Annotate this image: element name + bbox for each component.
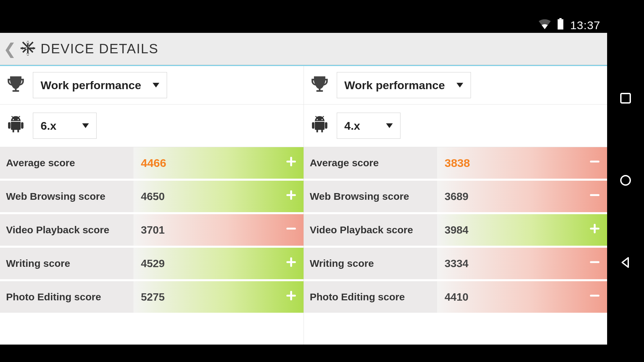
status-time: 13:37 [570,19,600,32]
svg-rect-12 [590,194,599,196]
score-row-video-left: Video Playback score 3701 [0,214,304,248]
version-dropdown-left[interactable]: 6.x [33,113,97,139]
chevron-down-icon [386,123,393,128]
back-icon[interactable]: ❮ [3,40,16,58]
score-number: 3984 [444,224,468,236]
score-value: 5275 [133,281,304,313]
svg-rect-0 [559,18,562,19]
svg-rect-16 [590,295,599,297]
performance-dropdown-left[interactable]: Work performance [33,72,167,98]
svg-rect-3 [286,161,296,163]
score-row-photo-left: Photo Editing score 5275 [0,281,304,315]
minus-icon [589,256,600,270]
svg-rect-14 [590,228,599,230]
svg-rect-17 [621,94,630,103]
nav-back-button[interactable] [618,254,634,272]
status-bar: 13:37 [0,17,607,33]
plus-icon [285,290,297,304]
plus-icon [285,156,297,170]
score-value: 3689 [437,181,607,212]
score-number: 3701 [141,224,165,236]
svg-rect-10 [286,295,296,297]
version-dropdown-right[interactable]: 4.x [337,113,400,139]
score-label: Web Browsing score [0,181,133,212]
performance-selector-row-left: Work performance [0,66,304,105]
score-value: 3838 [437,147,607,179]
hardware-navbar [607,17,644,345]
version-dropdown-label: 6.x [41,119,56,132]
score-label: Video Playback score [0,214,133,246]
minus-icon [589,189,600,203]
compare-column-left: Work performance 6.x [0,66,304,345]
nav-recents-button[interactable] [618,90,634,108]
score-row-writing-right: Writing score 3334 [304,248,607,281]
compare-column-right: Work performance 4.x [304,66,607,345]
performance-dropdown-right[interactable]: Work performance [337,72,471,98]
score-row-photo-right: Photo Editing score 4410 [304,281,607,315]
score-number: 4410 [444,291,468,303]
android-icon [310,115,329,136]
android-icon [6,115,25,136]
score-number: 4650 [141,190,165,203]
wifi-icon [539,19,551,32]
svg-rect-11 [590,161,599,163]
score-label: Writing score [304,248,437,279]
score-label: Writing score [0,248,133,279]
score-value: 3334 [437,248,607,279]
svg-rect-6 [286,228,296,230]
chevron-down-icon [153,83,159,87]
device-area: 13:37 ❮ DEVICE DETAILS [0,17,644,345]
svg-rect-5 [286,194,296,196]
letterbox-top [0,0,644,17]
score-value: 4466 [133,147,304,179]
nav-home-button[interactable] [618,172,634,190]
score-row-video-right: Video Playback score 3984 [304,214,607,248]
app-viewport: 13:37 ❮ DEVICE DETAILS [0,17,607,345]
score-number: 4466 [141,157,166,170]
score-label: Web Browsing score [304,181,437,212]
plus-icon [589,223,600,237]
score-row-average-right: Average score 3838 [304,147,607,181]
score-label: Average score [0,147,133,179]
snowflake-icon [19,40,37,58]
score-row-writing-left: Writing score 4529 [0,248,304,281]
chevron-down-icon [82,123,89,128]
score-row-web-right: Web Browsing score 3689 [304,181,607,214]
minus-icon [285,223,297,237]
plus-icon [285,189,297,203]
score-label: Average score [304,147,437,179]
score-row-average-left: Average score 4466 [0,147,304,181]
chevron-down-icon [457,83,463,87]
score-number: 4529 [141,257,165,270]
svg-point-18 [621,176,630,185]
score-number: 5275 [141,291,165,303]
score-number: 3689 [444,190,468,203]
score-value: 4529 [133,248,304,279]
page-title: DEVICE DETAILS [41,41,159,56]
minus-icon [589,156,600,170]
score-value: 3984 [437,214,607,246]
version-selector-row-right: 4.x [304,105,607,147]
version-dropdown-label: 4.x [344,119,360,132]
letterbox-bottom [0,345,644,362]
score-number: 3334 [444,257,468,270]
score-value: 4410 [437,281,607,313]
plus-icon [285,256,297,270]
score-value: 3701 [133,214,304,246]
score-label: Video Playback score [304,214,437,246]
device-frame: 13:37 ❮ DEVICE DETAILS [0,0,644,362]
minus-icon [589,290,600,304]
trophy-icon [310,75,329,96]
version-selector-row-left: 6.x [0,105,304,147]
app-header: ❮ DEVICE DETAILS [0,33,607,65]
svg-rect-1 [557,19,563,29]
battery-icon [557,18,564,32]
score-number: 3838 [444,157,470,170]
performance-dropdown-label: Work performance [344,79,445,92]
score-label: Photo Editing score [0,281,133,313]
performance-selector-row-right: Work performance [304,66,607,105]
score-row-web-left: Web Browsing score 4650 [0,181,304,214]
svg-rect-8 [286,261,296,263]
svg-rect-15 [590,261,599,263]
score-value: 4650 [133,181,304,212]
